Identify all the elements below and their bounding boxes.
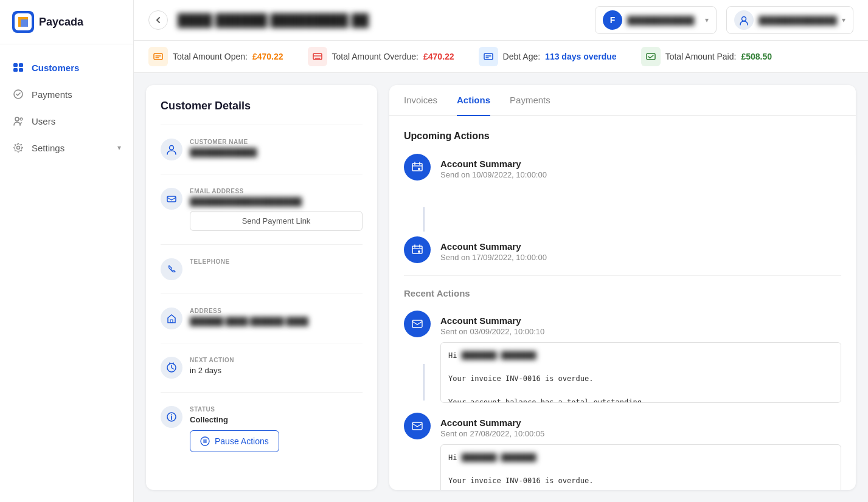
stat-debt-label: Debt Age: [503,52,541,61]
pause-actions-button[interactable]: Pause Actions [190,430,279,452]
home-icon [161,308,182,329]
customer-address-value: ██████ ████ ██████ ████ [190,317,363,326]
pause-icon [200,436,210,446]
sidebar-item-customers-label: Customers [32,63,79,73]
stat-overdue-value: £470.22 [423,52,454,61]
upcoming-icon-1 [404,154,431,181]
payments-icon [12,88,24,100]
svg-rect-3 [19,63,23,67]
stat-overdue-label: Total Amount Overdue: [332,52,418,61]
upcoming-item-1-title: Account Summary [440,159,841,169]
stat-open-value: £470.22 [252,52,283,61]
upcoming-info-1: Account Summary Send on 10/09/2022, 10:0… [440,154,841,232]
brand-name: Paycada [39,16,83,29]
pause-actions-label: Pause Actions [215,436,269,446]
tab-payments[interactable]: Payments [510,85,550,116]
account-avatar: F [603,10,622,30]
info-icon [161,406,182,428]
section-divider-1 [404,275,841,276]
customer-next-action-content: NEXT ACTION in 2 days [190,357,363,375]
svg-point-22 [201,437,209,445]
svg-rect-24 [206,439,207,443]
stat-open-icon [148,47,168,66]
sidebar-item-users[interactable]: Users [0,108,133,134]
actions-content: Upcoming Actions [389,116,856,490]
recent-connector-1 [423,364,425,401]
logo: Paycada [0,0,133,44]
back-button[interactable] [148,10,168,30]
tab-invoices-label: Invoices [404,95,437,105]
customer-panel-title: Customer Details [161,100,363,112]
stat-paid-icon [641,47,661,66]
stat-overdue: Total Amount Overdue: £470.22 [308,47,454,66]
customer-telephone-row: TELEPHONE [161,253,363,285]
upcoming-info-2: Account Summary Send on 17/09/2022, 10:0… [440,236,841,263]
customer-address-label: ADDRESS [190,308,363,314]
svg-point-10 [15,144,22,151]
tab-actions-label: Actions [457,95,490,105]
recent-item-2-detail: Sent on 27/08/2022, 10:00:05 [440,429,841,438]
tab-actions[interactable]: Actions [457,85,490,116]
divider-4 [161,294,363,294]
recent-icon-1 [404,311,431,337]
main-content: ████ ██████ █████████ ██ F ████████████ … [134,0,868,502]
svg-point-26 [418,250,420,253]
svg-point-21 [171,414,172,416]
sidebar-item-settings[interactable]: Settings ▾ [0,134,133,161]
divider-6 [161,392,363,393]
customer-details-panel: Customer Details CUSTOMER NAME █████████… [146,85,377,490]
recent-item-2: Account Summary Sent on 27/08/2022, 10:0… [404,413,841,490]
email-icon [161,188,182,210]
svg-rect-14 [484,53,493,60]
divider-2 [161,174,363,174]
customer-status-label: STATUS [190,406,363,413]
upcoming-title: Upcoming Actions [404,131,841,142]
svg-point-16 [170,146,174,150]
schedule-icon [161,357,182,379]
sidebar-item-payments-label: Payments [32,89,72,100]
customer-email-value: ████████████████████ [190,197,363,206]
customer-next-action-label: NEXT ACTION [190,357,363,363]
recent-icon-2 [404,413,431,439]
tab-payments-label: Payments [510,95,550,105]
divider-5 [161,343,363,343]
upcoming-item-1-detail: Send on 10/09/2022, 10:00:00 [440,170,841,179]
recent-item-1: Account Summary Sent on 03/09/2022, 10:0… [404,311,841,403]
svg-point-8 [20,118,23,120]
svg-point-9 [17,146,20,150]
customer-name-content: CUSTOMER NAME ████████████ [190,139,363,157]
tabs-row: Invoices Actions Payments [389,85,856,116]
stat-debt-value: 113 days overdue [545,52,617,61]
customer-email-row: EMAIL ADDRESS ████████████████████ Send … [161,183,363,236]
sidebar-item-payments[interactable]: Payments [0,81,133,108]
customer-status-row: STATUS Collecting Pause Actions [161,401,363,457]
customer-next-action-value: in 2 days [190,366,363,375]
customer-status-content: STATUS Collecting Pause Actions [190,406,363,452]
sidebar-item-customers[interactable]: Customers [0,54,133,81]
stat-paid-label: Total Amount Paid: [665,52,737,61]
back-icon [155,16,162,24]
tab-invoices[interactable]: Invoices [404,85,437,116]
recent-item-2-title: Account Summary [440,418,841,428]
svg-rect-4 [13,68,18,72]
recent-item-1-preview: Hi ████████ ████████ Your invoice INV-00… [440,342,841,403]
customer-name-row: CUSTOMER NAME ████████████ [161,134,363,165]
connector-1 [423,207,425,232]
svg-rect-17 [167,196,176,202]
recent-item-2-preview: Hi ████████ ████████ Your invoice INV-00… [440,444,841,490]
stat-paid-value: £508.50 [741,52,772,61]
preview-line-3: Your account balance has a total outstan… [448,397,833,403]
customer-address-row: ADDRESS ██████ ████ ██████ ████ [161,303,363,334]
sidebar-item-settings-label: Settings [32,143,64,153]
page-title: ████ ██████ █████████ ██ [178,13,585,27]
customer-email-content: EMAIL ADDRESS ████████████████████ Send … [190,188,363,231]
customer-next-action-row: NEXT ACTION in 2 days [161,352,363,383]
user-chevron-icon: ▾ [842,16,845,24]
divider-3 [161,244,363,245]
account-selector[interactable]: F ████████████ ▾ [595,6,717,34]
stat-overdue-icon [308,47,327,66]
send-payment-link-button[interactable]: Send Payment Link [190,211,363,231]
stat-open: Total Amount Open: £470.22 [148,47,283,66]
user-selector[interactable]: ██████████████ ▾ [726,6,853,34]
svg-rect-2 [13,63,18,67]
